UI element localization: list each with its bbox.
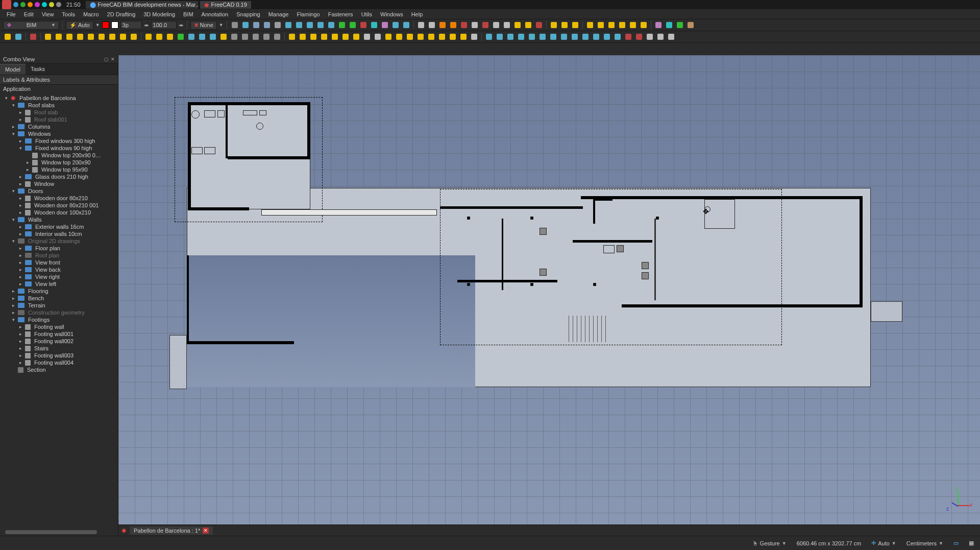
wp-button[interactable] xyxy=(241,20,250,30)
spinner-icon[interactable]: ◂▸ xyxy=(144,22,149,28)
tree-row[interactable]: ▾Original 2D drawings xyxy=(0,237,118,245)
snap-perp-button[interactable] xyxy=(316,20,325,30)
tree-row[interactable]: ▸Construction geometry xyxy=(0,309,118,316)
tree-row[interactable]: ▸Fixed windows 300 high xyxy=(0,137,118,145)
tree-row[interactable]: Window top 200x90 0… xyxy=(0,152,118,159)
close-icon[interactable]: ✕ xyxy=(111,57,115,62)
2d-button[interactable] xyxy=(559,32,569,41)
dim-aligned-button[interactable] xyxy=(585,20,595,30)
snap-ortho-button[interactable] xyxy=(380,20,389,30)
snap-center-button[interactable] xyxy=(327,20,336,30)
chevron-down-icon[interactable]: ▾ xyxy=(4,95,9,101)
tree-row[interactable]: ▸Wooden door 100x210 xyxy=(0,209,118,216)
tree-row[interactable]: ▾Walls xyxy=(0,216,118,223)
chevron-right-icon[interactable]: ▸ xyxy=(18,331,23,337)
model-tree[interactable]: ▾◉Pabellon de Barcelona▾Roof slabs▸Roof … xyxy=(0,93,118,529)
chevron-right-icon[interactable]: ▸ xyxy=(18,260,23,265)
mesh-button[interactable] xyxy=(208,32,217,41)
snap-near-button[interactable] xyxy=(295,20,304,30)
snap-selector[interactable]: ✛ Auto ▼ xyxy=(869,540,898,546)
tree-row[interactable]: ▸Floor plan xyxy=(0,245,118,252)
win-button[interactable] xyxy=(287,32,297,41)
chevron-right-icon[interactable]: ▸ xyxy=(18,346,23,351)
build-col-button[interactable] xyxy=(405,32,414,41)
menu-annotation[interactable]: Annotation xyxy=(198,10,232,18)
cylinder-button[interactable] xyxy=(262,32,271,41)
chevron-right-icon[interactable]: ▸ xyxy=(18,274,23,279)
chevron-right-icon[interactable]: ▸ xyxy=(18,181,23,186)
workbench-selector[interactable]: ❖ BIM ▼ xyxy=(3,21,59,30)
tab-model[interactable]: Model xyxy=(0,64,26,75)
column-button[interactable] xyxy=(341,32,350,41)
color-button[interactable] xyxy=(534,20,544,30)
tree-row[interactable]: ▸Terrain xyxy=(0,302,118,309)
snap-ext-button[interactable] xyxy=(359,20,368,30)
tree-row[interactable]: ▸View front xyxy=(0,259,118,266)
menu-help[interactable]: Help xyxy=(408,10,427,18)
grid2-button[interactable] xyxy=(198,32,207,41)
mag-button[interactable] xyxy=(613,32,622,41)
open-button[interactable] xyxy=(14,32,23,41)
tree-row[interactable]: ▸View right xyxy=(0,273,118,280)
down-button[interactable] xyxy=(602,32,611,41)
tree-row[interactable]: ▾Windows xyxy=(0,130,118,137)
chevron-right-icon[interactable]: ▸ xyxy=(18,267,23,272)
chevron-right-icon[interactable]: ▸ xyxy=(18,231,23,236)
user-button[interactable] xyxy=(667,32,676,41)
build-wall-button[interactable] xyxy=(437,32,447,41)
snap-dim-button[interactable] xyxy=(391,20,400,30)
menu-tools[interactable]: Tools xyxy=(58,10,79,18)
materials-button[interactable] xyxy=(459,20,469,30)
cube2-button[interactable] xyxy=(165,32,175,41)
cube-button[interactable] xyxy=(155,32,164,41)
menu-utils[interactable]: Utils xyxy=(358,10,376,18)
tree-row[interactable]: ▸Roof plan xyxy=(0,252,118,259)
chevron-down-icon[interactable]: ▾ xyxy=(11,238,16,244)
tree-row[interactable]: ▸Glass doors 210 high xyxy=(0,173,118,180)
chevron-right-icon[interactable]: ▸ xyxy=(18,339,23,344)
tree-row[interactable]: ▸Footing wall003 xyxy=(0,352,118,359)
chevron-down-icon[interactable]: ▼ xyxy=(95,22,100,28)
auto-group-button[interactable]: ⚡ Auto xyxy=(66,21,93,30)
snap-int-button[interactable] xyxy=(337,20,347,30)
tree-row[interactable]: ▸Wooden door 80x210 xyxy=(0,195,118,202)
new-button[interactable] xyxy=(3,32,12,41)
tree-row[interactable]: ▸Bench xyxy=(0,295,118,302)
menu-bim[interactable]: BIM xyxy=(180,10,197,18)
clone-button[interactable] xyxy=(495,32,504,41)
minus-button[interactable] xyxy=(362,32,372,41)
undock-icon[interactable]: ▢ xyxy=(104,57,109,62)
door-button[interactable] xyxy=(298,32,307,41)
horizontal-scrollbar[interactable] xyxy=(0,529,118,536)
bolt-button[interactable] xyxy=(427,32,436,41)
placeholder-button[interactable] xyxy=(187,32,196,41)
chevron-right-icon[interactable]: ▸ xyxy=(18,210,23,215)
sphere2-button[interactable] xyxy=(240,32,250,41)
perspective-button[interactable] xyxy=(262,20,272,30)
tree-row[interactable]: ▸View left xyxy=(0,280,118,288)
polygon-button[interactable] xyxy=(97,32,106,41)
menu-snapping[interactable]: Snapping xyxy=(233,10,264,18)
extrude-button[interactable] xyxy=(176,32,185,41)
doc-button[interactable] xyxy=(481,20,490,30)
tree-row[interactable]: ▸Stairs xyxy=(0,345,118,352)
slab-button[interactable] xyxy=(320,32,329,41)
snap-special-button[interactable] xyxy=(370,20,379,30)
glue-button[interactable] xyxy=(624,32,633,41)
circle-button[interactable] xyxy=(65,32,74,41)
construction-mode-button[interactable]: ✖ None xyxy=(190,21,217,30)
tree-row[interactable]: ▸Columns xyxy=(0,123,118,130)
ref-button[interactable] xyxy=(219,32,228,41)
terrain-button[interactable] xyxy=(513,20,522,30)
spinner-icon[interactable]: ◂▸ xyxy=(179,22,184,28)
tree-row[interactable]: ▸Roof slab xyxy=(0,109,118,116)
chevron-right-icon[interactable]: ▸ xyxy=(18,360,23,365)
del-button[interactable] xyxy=(634,32,644,41)
wp-proxy-button[interactable] xyxy=(144,32,153,41)
chevron-down-icon[interactable]: ▾ xyxy=(11,131,16,136)
chevron-right-icon[interactable]: ▸ xyxy=(18,110,23,115)
wall-button[interactable] xyxy=(309,32,318,41)
chevron-right-icon[interactable]: ▸ xyxy=(18,253,23,258)
gears-button[interactable] xyxy=(654,20,663,30)
chevron-right-icon[interactable]: ▸ xyxy=(11,124,16,129)
